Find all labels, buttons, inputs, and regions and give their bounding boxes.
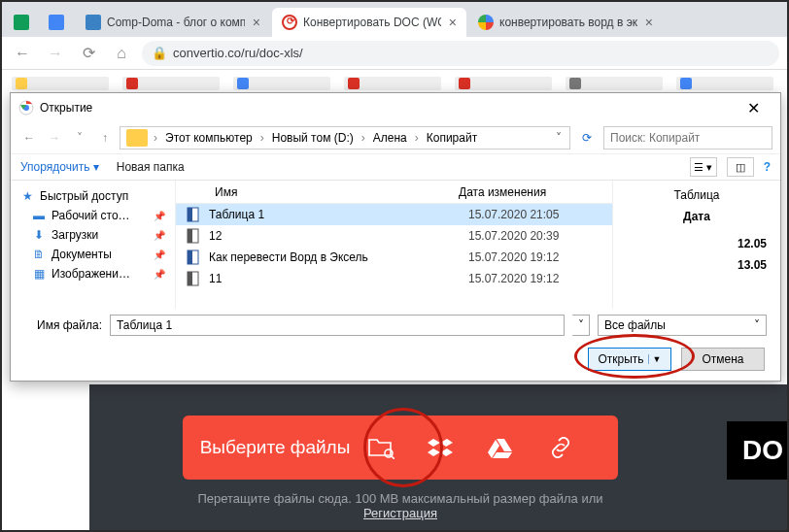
nav-up[interactable]: ↑ (94, 131, 116, 145)
file-name: 12 (209, 229, 468, 243)
file-date: 15.07.2020 19:12 (468, 250, 612, 264)
svg-rect-11 (188, 272, 192, 285)
file-list: Имя Дата изменения Таблица 115.07.2020 2… (176, 181, 613, 309)
filename-input[interactable] (110, 315, 565, 336)
file-icon (186, 249, 203, 266)
bookmark-item[interactable] (233, 77, 330, 90)
cancel-button[interactable]: Отмена (681, 348, 765, 371)
doc-icon: 🗎 (32, 248, 46, 261)
forward-button[interactable]: → (43, 41, 68, 66)
column-name[interactable]: Имя (176, 185, 459, 199)
tab-label: Comp-Doma - блог о компьюте (107, 16, 245, 29)
breadcrumb-seg[interactable]: Этот компьютер (159, 131, 258, 145)
url-icon[interactable] (548, 437, 608, 458)
column-date[interactable]: Дата изменения (459, 185, 612, 199)
breadcrumb-seg[interactable]: Новый том (D:) (266, 131, 360, 145)
new-folder-button[interactable]: Новая папка (117, 160, 185, 174)
preview-row: 12.05 (627, 233, 767, 254)
file-row[interactable]: 1215.07.2020 20:39 (176, 225, 612, 247)
nav-chevron[interactable]: ˅ (69, 131, 90, 145)
breadcrumb-seg[interactable]: Копирайт (421, 131, 483, 145)
bookmark-item[interactable] (122, 77, 220, 90)
file-open-dialog: Открытие ✕ ← → ˅ ↑ › Этот компьютер› Нов… (10, 92, 781, 382)
breadcrumb-seg[interactable]: Алена (367, 131, 413, 145)
googledrive-icon[interactable] (488, 437, 548, 458)
pin-icon: 📌 (154, 269, 165, 280)
file-icon (186, 227, 203, 245)
desktop-icon: ▬ (32, 209, 46, 222)
nav-back[interactable]: ← (18, 131, 40, 145)
select-files-button[interactable]: Выберите файлы (183, 416, 618, 480)
picture-icon: ▦ (32, 267, 46, 281)
preview-filename: Таблица (627, 188, 767, 202)
address-bar: ← → ⟳ ⌂ 🔒 convertio.co/ru/doc-xls/ (2, 37, 787, 70)
close-button[interactable]: ✕ (734, 99, 772, 117)
dialog-title: Открытие (40, 101, 92, 115)
file-list-header: Имя Дата изменения (176, 181, 612, 204)
dialog-footer: Имя файла: ˅ Все файлы˅ Открыть ▼ Отмена (11, 309, 780, 377)
home-button[interactable]: ⌂ (109, 41, 134, 66)
filename-label: Имя файла: (24, 318, 102, 332)
back-button[interactable]: ← (10, 41, 35, 66)
file-row[interactable]: Таблица 115.07.2020 21:05 (176, 204, 612, 225)
folder-icon (126, 129, 148, 147)
search-input[interactable] (603, 126, 772, 150)
bookmark-item[interactable] (455, 77, 552, 90)
file-date: 15.07.2020 21:05 (468, 208, 612, 221)
view-mode-button[interactable]: ☰ ▾ (690, 157, 717, 177)
nav-forward[interactable]: → (44, 131, 65, 145)
filename-dropdown[interactable]: ˅ (572, 315, 590, 336)
pin-icon: 📌 (154, 230, 165, 241)
file-row[interactable]: 1115.07.2020 19:12 (176, 268, 612, 289)
sidebar-quick-access[interactable]: ★Быстрый доступ (15, 186, 171, 206)
file-filter[interactable]: Все файлы˅ (598, 315, 767, 336)
tab-google[interactable]: конвертировать ворд в эксель × (468, 8, 663, 37)
organize-button[interactable]: Упорядочить ▾ (20, 160, 99, 174)
preview-row: 13.05 (627, 254, 767, 276)
file-name: Как перевести Ворд в Эксель (209, 250, 468, 264)
refresh-button[interactable]: ⟳ (574, 131, 600, 145)
open-button[interactable]: Открыть ▼ (588, 348, 671, 371)
file-date: 15.07.2020 20:39 (468, 229, 612, 243)
dialog-body: ★Быстрый доступ ▬Рабочий сто…📌 ⬇Загрузки… (11, 181, 780, 309)
file-date: 15.07.2020 19:12 (468, 272, 612, 285)
bookmark-item[interactable] (676, 77, 773, 90)
tab-docs[interactable] (41, 8, 72, 37)
reload-button[interactable]: ⟳ (76, 41, 101, 66)
sidebar-item-downloads[interactable]: ⬇Загрузки📌 (15, 225, 171, 245)
bookmark-item[interactable] (12, 77, 109, 90)
omnibox[interactable]: 🔒 convertio.co/ru/doc-xls/ (142, 41, 779, 66)
select-files-label: Выберите файлы (183, 437, 367, 458)
preview-pane-button[interactable]: ◫ (727, 157, 754, 177)
file-icon (186, 206, 203, 223)
file-row[interactable]: Как перевести Ворд в Эксель15.07.2020 19… (176, 247, 612, 268)
svg-line-1 (392, 456, 394, 459)
preview-pane: Таблица Дата 12.05 13.05 (613, 181, 780, 309)
sidebar-item-desktop[interactable]: ▬Рабочий сто…📌 (15, 206, 171, 225)
dialog-sidebar: ★Быстрый доступ ▬Рабочий сто…📌 ⬇Загрузки… (11, 181, 176, 309)
help-button[interactable]: ? (764, 160, 771, 174)
chrome-icon (18, 100, 34, 116)
tab-sheets[interactable] (6, 8, 37, 37)
bookmark-item[interactable] (344, 77, 441, 90)
tab-convertio[interactable]: ⟳Конвертировать DOC (WORD) в× (272, 8, 466, 37)
file-icon (186, 270, 203, 287)
tab-label: Конвертировать DOC (WORD) в (303, 16, 441, 29)
breadcrumb-dropdown[interactable]: ˅ (550, 131, 567, 145)
url-text: convertio.co/ru/doc-xls/ (173, 46, 303, 60)
dropbox-icon[interactable] (428, 437, 488, 458)
bookmark-item[interactable] (566, 77, 663, 90)
register-link[interactable]: Регистрация (363, 506, 437, 520)
drop-hint-text: Перетащите файлы сюда. 100 MB максимальн… (197, 491, 602, 506)
browser-tab-strip: Comp-Doma - блог о компьюте× ⟳Конвертиро… (2, 2, 787, 37)
sidebar-item-pictures[interactable]: ▦Изображени…📌 (15, 264, 171, 283)
format-badge: DO (727, 421, 789, 480)
tab-compdoma[interactable]: Comp-Doma - блог о компьюте× (76, 8, 270, 37)
browse-icon[interactable] (367, 436, 428, 459)
file-name: Таблица 1 (209, 208, 468, 221)
breadcrumb[interactable]: › Этот компьютер› Новый том (D:)› Алена›… (120, 126, 570, 150)
sidebar-item-documents[interactable]: 🗎Документы📌 (15, 245, 171, 264)
dialog-titlebar: Открытие ✕ (11, 93, 780, 122)
svg-rect-5 (188, 208, 192, 221)
svg-rect-7 (188, 229, 192, 243)
